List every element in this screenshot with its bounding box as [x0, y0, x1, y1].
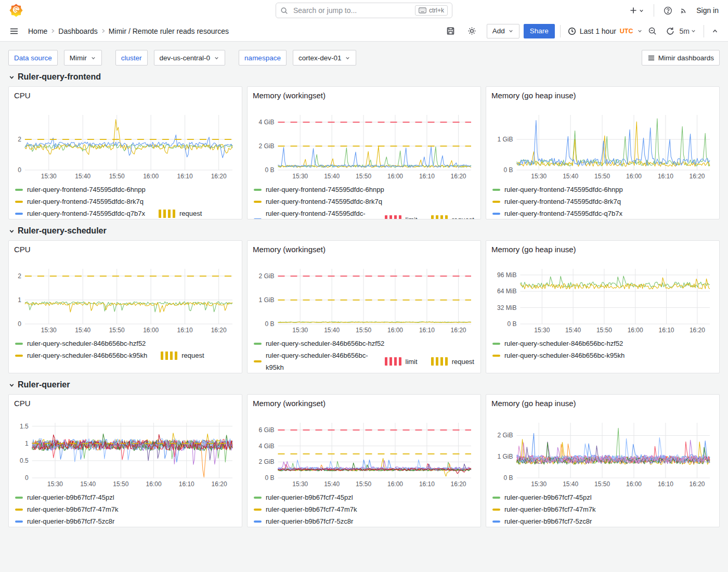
variable-value-namespace[interactable]: cortex-dev-01	[293, 50, 357, 66]
legend-item-ruler-querier-b9b67fcf7-45pzl[interactable]: ruler-querier-b9b67fcf7-45pzl	[15, 491, 114, 503]
grafana-logo-icon[interactable]	[9, 4, 23, 17]
chevron-right-icon	[49, 28, 56, 34]
time-series-chart[interactable]: 0 B1 GiB15:3015:4015:5016:0016:1016:20	[491, 102, 714, 181]
search-input[interactable]	[292, 6, 411, 15]
legend-item-ruler-query-scheduler-846b656bc-k95kh[interactable]: ruler-query-scheduler-846b656bc-k95kh	[15, 349, 147, 361]
legend-item-request[interactable]: request	[431, 207, 474, 219]
legend-row: ruler-querier-b9b67fcf7-5zc8r	[492, 515, 713, 527]
legend-row: ruler-querier-b9b67fcf7-45pzl	[15, 491, 236, 503]
time-series-chart[interactable]: 0 B32 MiB64 MiB96 MiB15:3015:4015:5016:0…	[491, 256, 714, 335]
legend-item-ruler-querier-b9b67fcf7-5zc8r[interactable]: ruler-querier-b9b67fcf7-5zc8r	[15, 515, 114, 527]
legend-item-ruler-query-frontend-745595dfdc-6hnpp[interactable]: ruler-query-frontend-745595dfdc-6hnpp	[254, 184, 384, 196]
legend-item-ruler-query-frontend-745595dfdc-6hnpp[interactable]: ruler-query-frontend-745595dfdc-6hnpp	[15, 184, 146, 196]
legend-item-ruler-querier-b9b67fcf7-47m7k[interactable]: ruler-querier-b9b67fcf7-47m7k	[15, 503, 119, 515]
legend-item-limit[interactable]: limit	[385, 349, 418, 373]
panel-title[interactable]: CPU	[14, 245, 31, 256]
section-header-ruler-query-scheduler[interactable]: Ruler-query-scheduler	[8, 226, 107, 236]
legend-item-ruler-query-frontend-745595dfdc-8rk7q[interactable]: ruler-query-frontend-745595dfdc-8rk7q	[15, 196, 144, 207]
variable-value-cluster[interactable]: dev-us-central-0	[154, 50, 226, 66]
global-search[interactable]: ctrl+k	[276, 3, 452, 18]
divider	[654, 4, 654, 17]
legend-item-ruler-querier-b9b67fcf7-5zc8r[interactable]: ruler-querier-b9b67fcf7-5zc8r	[492, 515, 592, 527]
legend-item-request[interactable]: request	[159, 207, 202, 219]
legend-item-ruler-query-scheduler-846b656bc-hzf52[interactable]: ruler-query-scheduler-846b656bc-hzf52	[15, 337, 146, 349]
time-series-chart[interactable]: 0 B2 GiB4 GiB6 GiB15:3015:4015:5016:0016…	[253, 410, 475, 489]
legend-item-ruler-query-scheduler-846b656bc-k95kh[interactable]: ruler-query-scheduler-846b656bc-k95kh	[492, 349, 625, 361]
add-panel-button[interactable]: Add	[487, 24, 519, 38]
variable-label-data-source[interactable]: Data source	[8, 50, 58, 66]
sign-in-link[interactable]: Sign in	[696, 6, 719, 15]
variable-label-cluster[interactable]: cluster	[115, 50, 148, 66]
legend-item-ruler-query-scheduler-846b656bc-k95kh[interactable]: ruler-query-scheduler-846b656bc-k95kh	[254, 349, 371, 373]
legend-item-ruler-query-frontend-745595dfdc-6hnpp[interactable]: ruler-query-frontend-745595dfdc-6hnpp	[492, 184, 623, 196]
section-ruler-query-scheduler: Ruler-query-schedulerCPU01215:3015:4015:…	[8, 226, 720, 373]
new-menu-button[interactable]	[627, 4, 646, 17]
time-series-chart[interactable]: 0215:3015:4015:5016:0016:1016:20	[14, 102, 237, 181]
legend-row: ruler-query-frontend-745595dfdc-q7b7xlim…	[254, 207, 474, 219]
mimir-dashboards-button[interactable]: Mimir dashboards	[642, 50, 720, 66]
legend-item-request[interactable]: request	[161, 349, 204, 361]
refresh-button[interactable]	[664, 25, 677, 37]
panel-title[interactable]: Memory (go heap inuse)	[491, 245, 576, 256]
legend-item-ruler-querier-b9b67fcf7-45pzl[interactable]: ruler-querier-b9b67fcf7-45pzl	[254, 491, 353, 503]
legend-item-ruler-query-frontend-745595dfdc-q7b7x[interactable]: ruler-query-frontend-745595dfdc-q7b7x	[492, 207, 622, 219]
panel-title[interactable]: Memory (workingset)	[253, 399, 326, 410]
variable-value-data-source[interactable]: Mimir	[64, 50, 102, 66]
breadcrumb-dashboards[interactable]: Dashboards	[58, 27, 98, 35]
panel-legend: ruler-query-frontend-745595dfdc-6hnpprul…	[14, 181, 237, 219]
legend-item-ruler-querier-b9b67fcf7-47m7k[interactable]: ruler-querier-b9b67fcf7-47m7k	[492, 503, 596, 515]
plus-icon	[629, 6, 638, 15]
legend-item-ruler-querier-b9b67fcf7-5zc8r[interactable]: ruler-querier-b9b67fcf7-5zc8r	[254, 515, 353, 527]
panel-title[interactable]: CPU	[14, 91, 31, 102]
chevron-down-icon	[214, 55, 219, 61]
legend-item-ruler-query-frontend-745595dfdc-8rk7q[interactable]: ruler-query-frontend-745595dfdc-8rk7q	[254, 196, 382, 207]
menu-toggle-button[interactable]	[7, 24, 21, 38]
section-header-ruler-query-frontend[interactable]: Ruler-query-frontend	[8, 72, 101, 82]
svg-text:2 GiB: 2 GiB	[497, 432, 513, 439]
time-range-picker[interactable]: Last 1 hour UTC	[566, 25, 645, 37]
refresh-interval-dropdown[interactable]: 5m	[678, 25, 698, 37]
legend-item-ruler-querier-b9b67fcf7-45pzl[interactable]: ruler-querier-b9b67fcf7-45pzl	[492, 491, 592, 503]
svg-text:16:00: 16:00	[143, 327, 159, 334]
svg-text:2: 2	[18, 136, 21, 143]
time-series-chart[interactable]: 00.511.515:3015:4015:5016:0016:1016:20	[14, 410, 237, 489]
svg-text:0: 0	[25, 474, 29, 482]
divider	[704, 25, 704, 37]
legend-item-ruler-query-scheduler-846b656bc-hzf52[interactable]: ruler-query-scheduler-846b656bc-hzf52	[254, 337, 384, 349]
legend-item-request[interactable]: request	[431, 349, 474, 373]
panel-title[interactable]: Memory (go heap inuse)	[491, 91, 576, 102]
time-series-chart[interactable]: 0 B2 GiB4 GiB15:3015:4015:5016:0016:1016…	[253, 102, 475, 181]
legend-item-ruler-query-frontend-745595dfdc-q7b7x[interactable]: ruler-query-frontend-745595dfdc-q7b7x	[254, 207, 371, 219]
panel-title[interactable]: Memory (workingset)	[253, 245, 326, 256]
news-button[interactable]	[678, 4, 690, 17]
variable-label-namespace[interactable]: namespace	[239, 50, 287, 66]
panel-title[interactable]: Memory (workingset)	[253, 91, 326, 102]
variable-selected-value: cortex-dev-01	[298, 54, 342, 62]
legend-item-ruler-query-frontend-745595dfdc-q7b7x[interactable]: ruler-query-frontend-745595dfdc-q7b7x	[15, 207, 145, 219]
breadcrumb-home[interactable]: Home	[28, 27, 47, 35]
svg-text:15:40: 15:40	[324, 173, 340, 180]
legend-item-limit[interactable]: limit	[385, 207, 418, 219]
svg-text:15:30: 15:30	[292, 173, 308, 180]
legend-swatch	[492, 189, 500, 191]
dashboard-settings-button[interactable]	[465, 24, 478, 37]
svg-text:6 GiB: 6 GiB	[258, 426, 274, 434]
svg-text:15:50: 15:50	[594, 173, 610, 180]
legend-item-ruler-query-frontend-745595dfdc-8rk7q[interactable]: ruler-query-frontend-745595dfdc-8rk7q	[492, 196, 621, 207]
time-series-chart[interactable]: 0 B1 GiB2 GiB15:3015:4015:5016:0016:1016…	[253, 256, 475, 335]
section-header-ruler-querier[interactable]: Ruler-querier	[8, 380, 70, 389]
legend-item-ruler-querier-b9b67fcf7-47m7k[interactable]: ruler-querier-b9b67fcf7-47m7k	[254, 503, 357, 515]
panel-title[interactable]: CPU	[14, 399, 31, 410]
svg-text:96 MiB: 96 MiB	[497, 271, 516, 279]
legend-item-ruler-query-scheduler-846b656bc-hzf52[interactable]: ruler-query-scheduler-846b656bc-hzf52	[492, 337, 623, 349]
share-button[interactable]: Share	[524, 24, 555, 38]
help-button[interactable]	[661, 4, 674, 17]
time-series-chart[interactable]: 01215:3015:4015:5016:0016:1016:20	[14, 256, 237, 335]
panel-title[interactable]: Memory (go heap inuse)	[491, 399, 576, 410]
zoom-out-time-button[interactable]	[646, 24, 659, 37]
collapse-toolbar-button[interactable]	[709, 25, 721, 37]
svg-text:1 GiB: 1 GiB	[258, 296, 274, 304]
svg-text:16:20: 16:20	[212, 480, 227, 488]
save-dashboard-button[interactable]	[444, 24, 457, 37]
time-series-chart[interactable]: 0 B1 GiB2 GiB15:3015:4015:5016:0016:1016…	[491, 410, 714, 489]
